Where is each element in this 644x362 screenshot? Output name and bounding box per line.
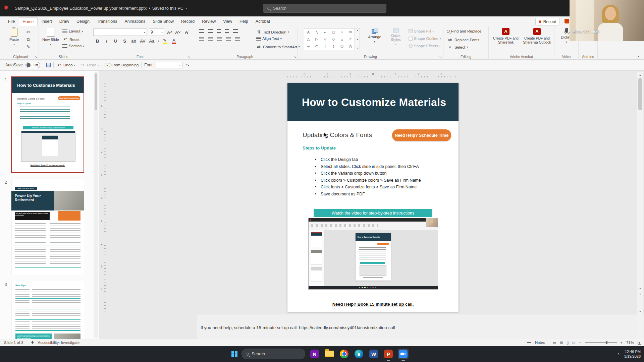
star-shape-icon[interactable]: ☆ [346, 36, 355, 43]
pentagon-shape-icon[interactable]: ⬠ [338, 43, 346, 50]
arrange-button[interactable]: Arrange ▾ [365, 28, 384, 44]
file-explorer-app-icon[interactable] [324, 349, 335, 359]
font-dialog-launcher[interactable]: ↘ [188, 55, 191, 59]
select-button[interactable]: ⌖Select▾ [447, 44, 468, 50]
arrow-down-shape-icon[interactable]: ▽ [321, 36, 329, 43]
from-beginning-button[interactable]: ▸From Beginning [105, 63, 139, 67]
drawing-dialog-launcher[interactable]: ↘ [439, 55, 442, 59]
tab-home[interactable]: Home [19, 17, 37, 26]
onenote-app-icon[interactable]: N [309, 349, 320, 359]
circle-shape-icon[interactable]: ◎ [346, 43, 355, 50]
underline-button[interactable]: U [112, 38, 119, 44]
reset-button[interactable]: ↶Reset [62, 37, 79, 42]
scroll-up-icon[interactable]: ▲ [637, 72, 643, 77]
video-banner[interactable]: Watch the video for step-by-step instruc… [314, 209, 432, 217]
gallery-more-icon[interactable]: ≡ [357, 47, 358, 49]
home-shape-icon[interactable]: ⌂ [338, 36, 346, 43]
decrease-indent-button[interactable] [217, 29, 221, 33]
cut-button[interactable]: ✂ [25, 29, 31, 35]
bold-button[interactable]: B [94, 38, 101, 44]
line-spacing-button[interactable] [233, 29, 238, 33]
copy-button[interactable]: ⧉ [25, 37, 31, 42]
shapes-gallery[interactable]: A ╲ ⌐ □ ○ ▭ △ ▷ ▽ ◇ ⌂ ☆ ∿ ◠ { } ⬠ ◎ [304, 28, 355, 50]
new-slide-button[interactable]: New Slide ▾ [42, 28, 60, 47]
zoom-out-button[interactable]: − [579, 341, 581, 345]
redo-button[interactable]: ↷Redo▾ [80, 62, 99, 68]
word-app-icon[interactable]: W [368, 349, 379, 359]
font-color-button[interactable]: A [171, 38, 177, 44]
taskbar-clock[interactable]: 12:46 PM 3/19/2026 [624, 349, 641, 359]
increase-indent-button[interactable] [225, 29, 229, 33]
align-right-button[interactable] [217, 37, 222, 41]
tab-draw[interactable]: Draw [56, 17, 72, 25]
format-painter-button[interactable]: ✎ [25, 44, 31, 50]
quick-styles-button[interactable]: Quick Styles ▾ [386, 28, 406, 47]
justify-button[interactable] [226, 37, 231, 41]
tab-slide-show[interactable]: Slide Show [149, 17, 177, 25]
tab-acrobat[interactable]: Acrobat [252, 17, 273, 25]
clear-formatting-button[interactable]: A̸ [183, 29, 190, 36]
paragraph-dialog-launcher[interactable]: ↘ [293, 55, 296, 59]
font-size-combobox[interactable]: 9▾ [149, 28, 164, 36]
slide-thumbnail-1[interactable]: How to Customize Materials Updating Colo… [11, 76, 84, 173]
next-slide-button[interactable]: ▼ [637, 291, 643, 297]
rectangle-shape-icon[interactable]: □ [329, 28, 338, 36]
columns-button[interactable] [235, 37, 240, 41]
hidden-icons-button[interactable]: ˄ [618, 352, 620, 356]
arrow-right-shape-icon[interactable]: ▷ [313, 36, 321, 43]
tab-view[interactable]: View [220, 17, 235, 25]
triangle-shape-icon[interactable]: △ [304, 36, 313, 43]
italic-button[interactable]: I [103, 38, 110, 44]
shape-effects-button[interactable]: Shape Effects▾ [409, 44, 440, 48]
font-name-combobox[interactable]: ▾ [93, 28, 147, 36]
titlebar-search-box[interactable]: Search [263, 4, 386, 13]
text-shadow-button[interactable]: S [121, 38, 128, 44]
create-pdf-share-link-button[interactable]: A Create PDF and Share link [491, 28, 520, 44]
bullets-button[interactable] [199, 29, 204, 33]
zoom-slider[interactable] [585, 342, 617, 343]
save-icon[interactable] [46, 63, 51, 67]
fit-to-window-button[interactable] [638, 341, 641, 345]
collapse-ribbon-button[interactable]: ▾ [638, 55, 639, 58]
footer-cta[interactable]: Need Help? Book 15 minute set up call. [287, 302, 459, 307]
tab-transitions[interactable]: Transitions [94, 17, 121, 25]
taskbar-search[interactable]: Search [241, 349, 305, 359]
text-direction-button[interactable]: ⇅Text Direction▾ [256, 29, 289, 35]
tab-insert[interactable]: Insert [38, 17, 55, 25]
schedule-time-button[interactable]: Need Help? Schedule Time [392, 129, 451, 141]
align-center-button[interactable] [208, 37, 213, 41]
tab-animations[interactable]: Animations [121, 17, 149, 25]
accessibility-status[interactable]: Accessibility: Investigate [38, 341, 80, 345]
change-case-button[interactable]: Aa [149, 38, 155, 44]
tab-review[interactable]: Review [199, 17, 219, 25]
saved-status[interactable]: Saved to this PC [152, 6, 183, 11]
slide-thumbnail-3[interactable]: Pro Tips Level up by having a conversati… [11, 281, 84, 339]
highlight-color-button[interactable]: ✎ [162, 38, 168, 44]
canvas-scrollbar-thumb[interactable] [638, 78, 642, 110]
zoom-app-icon[interactable] [398, 349, 409, 359]
numbering-button[interactable] [208, 29, 213, 33]
thumbnail-scrollbar-thumb[interactable] [95, 73, 97, 110]
normal-view-button[interactable]: ▭ [553, 341, 556, 345]
text-box-shape-icon[interactable]: A [304, 28, 313, 36]
tab-file[interactable]: File [5, 17, 18, 25]
shape-outline-button[interactable]: Shape Outline▾ [409, 37, 441, 41]
line-shape-icon[interactable]: ╲ [313, 28, 321, 36]
start-button[interactable] [231, 351, 237, 357]
paste-button[interactable]: Paste ▾ [6, 28, 22, 47]
notes-text[interactable]: If you need help, schedule a 15-minute s… [201, 325, 395, 330]
shapes-gallery-scrollbar[interactable]: ▲ ▼ ≡ [355, 28, 360, 50]
decrease-font-button[interactable]: A˅ [175, 29, 181, 36]
present-live-icon[interactable] [565, 19, 569, 23]
elbow-connector-icon[interactable]: ⌐ [321, 28, 329, 36]
slide-title-block[interactable]: How to Customize Materials [287, 83, 459, 121]
gallery-up-icon[interactable]: ▲ [356, 29, 359, 32]
slide-section-heading[interactable]: Updating Colors & Fonts [303, 131, 372, 139]
record-button[interactable]: Record [535, 18, 559, 25]
arc-shape-icon[interactable]: ◠ [313, 43, 321, 50]
undo-button[interactable]: ↶Undo▾ [56, 62, 75, 68]
gallery-down-icon[interactable]: ▼ [356, 38, 359, 41]
increase-font-button[interactable]: A˄ [167, 29, 173, 36]
align-left-button[interactable] [199, 37, 204, 41]
reading-view-button[interactable]: ▯ [567, 341, 569, 345]
